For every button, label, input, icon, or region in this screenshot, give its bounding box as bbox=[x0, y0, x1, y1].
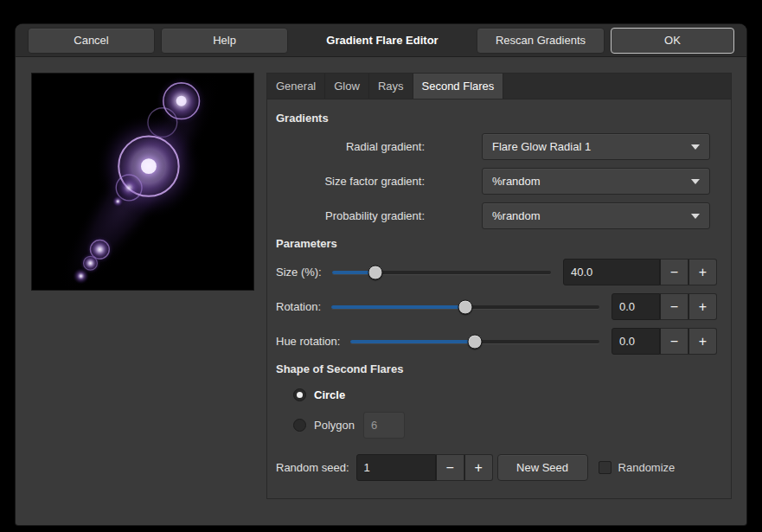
tab-general[interactable]: General bbox=[267, 74, 325, 99]
minus-icon: − bbox=[670, 265, 678, 279]
rotation-slider[interactable] bbox=[331, 293, 599, 320]
titlebar: Cancel Help Gradient Flare Editor Rescan… bbox=[16, 24, 746, 57]
circle-radio[interactable] bbox=[293, 388, 306, 401]
window-title: Gradient Flare Editor bbox=[294, 34, 471, 47]
seed-decrement-button[interactable]: − bbox=[436, 454, 464, 481]
plus-icon: + bbox=[474, 460, 482, 475]
slider-handle[interactable] bbox=[468, 334, 483, 349]
seed-increment-button[interactable]: + bbox=[464, 454, 493, 481]
tab-second-flares[interactable]: Second Flares bbox=[413, 74, 504, 99]
size-factor-gradient-dropdown[interactable]: %random bbox=[482, 168, 710, 195]
shape-section-title: Shape of Second Flares bbox=[276, 362, 717, 375]
hue-rotation-slider[interactable] bbox=[350, 328, 599, 355]
hue-rotation-value-input[interactable] bbox=[612, 328, 660, 355]
polygon-radio-label[interactable]: Polygon bbox=[314, 419, 355, 432]
settings-panel: General Glow Rays Second Flares Gradient… bbox=[266, 73, 732, 499]
radial-gradient-label: Radial gradient: bbox=[276, 140, 425, 153]
radial-gradient-dropdown[interactable]: Flare Glow Radial 1 bbox=[482, 133, 710, 160]
rotation-increment-button[interactable]: + bbox=[688, 293, 717, 320]
flare-preview-image bbox=[32, 74, 253, 290]
radial-gradient-value: Flare Glow Radial 1 bbox=[492, 140, 691, 153]
polygon-sides-input[interactable] bbox=[363, 412, 405, 439]
size-slider[interactable] bbox=[332, 259, 551, 285]
rotation-label: Rotation: bbox=[276, 300, 321, 313]
probability-gradient-label: Probability gradient: bbox=[276, 209, 425, 222]
parameters-section-title: Parameters bbox=[276, 237, 717, 250]
polygon-radio[interactable] bbox=[293, 419, 306, 432]
tab-bar: General Glow Rays Second Flares bbox=[267, 74, 731, 99]
rotation-decrement-button[interactable]: − bbox=[660, 293, 688, 320]
new-seed-button[interactable]: New Seed bbox=[497, 454, 588, 481]
plus-icon: + bbox=[699, 265, 707, 279]
circle-radio-label[interactable]: Circle bbox=[314, 388, 345, 401]
randomize-checkbox-label[interactable]: Randomize bbox=[618, 461, 676, 474]
plus-icon: + bbox=[699, 299, 707, 314]
plus-icon: + bbox=[699, 334, 707, 349]
hue-rotation-increment-button[interactable]: + bbox=[688, 328, 717, 355]
ok-button[interactable]: OK bbox=[611, 28, 734, 54]
chevron-down-icon bbox=[691, 144, 700, 150]
circle-option-row: Circle bbox=[293, 384, 717, 405]
probability-gradient-value: %random bbox=[492, 209, 691, 222]
minus-icon: − bbox=[670, 334, 678, 349]
random-seed-label: Random seed: bbox=[276, 461, 349, 474]
size-row: Size (%): − + bbox=[276, 259, 717, 285]
tab-rays[interactable]: Rays bbox=[369, 74, 413, 99]
tab-glow[interactable]: Glow bbox=[325, 74, 369, 99]
chevron-down-icon bbox=[691, 214, 700, 219]
hue-rotation-row: Hue rotation: − + bbox=[276, 328, 717, 355]
rotation-value-input[interactable] bbox=[612, 293, 660, 320]
cancel-button[interactable]: Cancel bbox=[28, 28, 155, 54]
slider-handle[interactable] bbox=[458, 299, 473, 314]
minus-icon: − bbox=[670, 299, 678, 314]
random-seed-input[interactable] bbox=[356, 454, 436, 481]
slider-handle[interactable] bbox=[368, 265, 383, 279]
randomize-checkbox[interactable] bbox=[599, 461, 612, 474]
size-factor-gradient-row: Size factor gradient: %random bbox=[276, 168, 717, 195]
help-button[interactable]: Help bbox=[161, 28, 288, 54]
gradients-section-title: Gradients bbox=[276, 112, 717, 125]
hue-rotation-label: Hue rotation: bbox=[276, 335, 340, 348]
size-factor-gradient-label: Size factor gradient: bbox=[276, 175, 425, 188]
probability-gradient-row: Probability gradient: %random bbox=[276, 202, 717, 229]
panel-body: Gradients Radial gradient: Flare Glow Ra… bbox=[267, 99, 731, 481]
rotation-row: Rotation: − + bbox=[276, 293, 717, 320]
hue-rotation-decrement-button[interactable]: − bbox=[660, 328, 688, 355]
chevron-down-icon bbox=[691, 179, 700, 184]
random-seed-row: Random seed: − + New Seed Randomize bbox=[276, 454, 717, 481]
gradient-flare-editor-dialog: Cancel Help Gradient Flare Editor Rescan… bbox=[16, 24, 746, 525]
size-factor-gradient-value: %random bbox=[492, 175, 691, 188]
radial-gradient-row: Radial gradient: Flare Glow Radial 1 bbox=[276, 133, 717, 160]
size-value-input[interactable] bbox=[563, 259, 660, 285]
minus-icon: − bbox=[445, 460, 453, 475]
size-increment-button[interactable]: + bbox=[688, 259, 717, 285]
dialog-content: General Glow Rays Second Flares Gradient… bbox=[16, 57, 746, 524]
slider-track bbox=[332, 271, 551, 274]
probability-gradient-dropdown[interactable]: %random bbox=[482, 202, 710, 229]
screen-background: Cancel Help Gradient Flare Editor Rescan… bbox=[0, 0, 762, 532]
size-label: Size (%): bbox=[276, 266, 322, 279]
slider-fill bbox=[331, 305, 465, 309]
flare-preview bbox=[31, 73, 254, 291]
slider-fill bbox=[350, 340, 475, 343]
polygon-option-row: Polygon bbox=[293, 412, 717, 439]
size-decrement-button[interactable]: − bbox=[660, 259, 688, 285]
rescan-gradients-button[interactable]: Rescan Gradients bbox=[477, 28, 605, 54]
